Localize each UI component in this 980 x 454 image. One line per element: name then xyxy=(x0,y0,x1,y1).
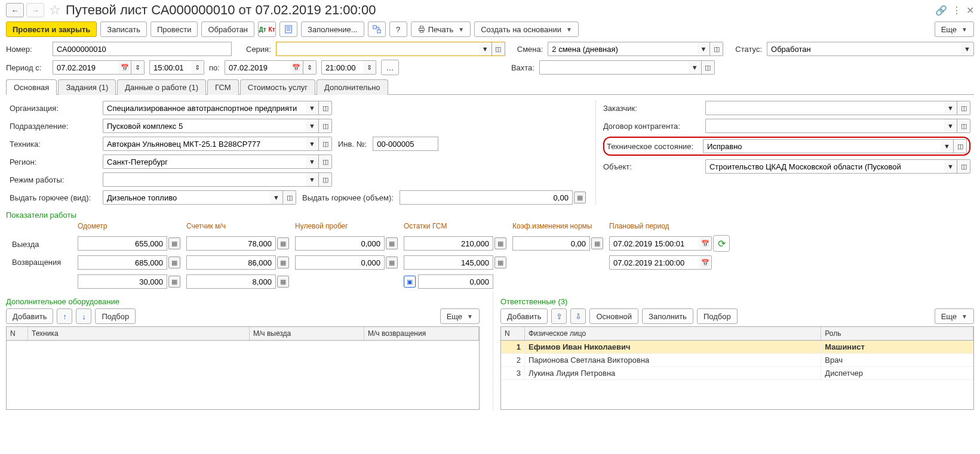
fueltype-dd[interactable]: ▼ xyxy=(270,190,283,205)
fueltype-input[interactable] xyxy=(103,190,270,205)
odometer-in[interactable] xyxy=(78,255,167,270)
report-icon[interactable] xyxy=(279,21,297,37)
help-button[interactable]: ? xyxy=(389,21,407,37)
techstate-input[interactable] xyxy=(703,139,941,153)
odometer-out[interactable] xyxy=(78,236,167,251)
table-row[interactable]: 2Парионова Светлана ВикторовнаВрач xyxy=(501,354,973,367)
fuel-special-icon[interactable]: ▣ xyxy=(404,276,416,288)
equip-table[interactable]: N Техника М/ч выезда М/ч возвращения xyxy=(6,326,480,410)
calc-icon[interactable]: ▦ xyxy=(277,257,289,268)
dept-combo[interactable]: ▼ ◫ xyxy=(103,119,586,133)
fuelrem-out[interactable] xyxy=(404,236,493,251)
shift-open[interactable]: ◫ xyxy=(710,42,723,56)
mh-out[interactable] xyxy=(186,236,276,251)
equip-more-button[interactable]: Еще▼ xyxy=(440,308,480,324)
resp-more-button[interactable]: Еще▼ xyxy=(935,308,974,324)
resp-up-button[interactable]: ⇧ xyxy=(551,308,567,324)
region-open[interactable]: ◫ xyxy=(319,155,332,169)
date-from-input[interactable] xyxy=(53,60,118,75)
create-based-button[interactable]: Создать на основании▼ xyxy=(474,21,579,37)
equip-down-button[interactable]: ↓ xyxy=(76,308,91,324)
fueltype-open[interactable]: ◫ xyxy=(283,190,296,205)
close-icon[interactable]: ✕ xyxy=(966,5,974,16)
dept-open[interactable]: ◫ xyxy=(319,119,332,133)
time-to-spin[interactable]: ⇕ xyxy=(363,60,376,75)
calc-icon[interactable]: ▦ xyxy=(494,237,506,249)
equip-up-button[interactable]: ↑ xyxy=(57,308,72,324)
fuelvol-input[interactable] xyxy=(400,190,573,205)
customer-open[interactable]: ◫ xyxy=(957,101,970,115)
equip-pick-button[interactable]: Подбор xyxy=(95,308,136,324)
refresh-button[interactable]: ⟳ xyxy=(713,235,730,252)
customer-input[interactable] xyxy=(705,101,944,115)
series-open[interactable]: ◫ xyxy=(492,42,505,56)
processed-button[interactable]: Обработан xyxy=(201,21,254,37)
period-ellipsis[interactable]: … xyxy=(381,60,399,75)
post-button[interactable]: Провести xyxy=(150,21,198,37)
date-to-cal[interactable]: 📅 xyxy=(290,60,303,75)
mh-diff[interactable] xyxy=(186,274,276,289)
tech-input[interactable] xyxy=(103,137,306,151)
date-to-spin[interactable]: ⇕ xyxy=(303,60,317,75)
time-from-input[interactable] xyxy=(149,60,191,75)
tab-fuel[interactable]: ГСМ xyxy=(207,79,239,95)
object-open[interactable]: ◫ xyxy=(957,159,970,174)
tech-open[interactable]: ◫ xyxy=(319,137,332,151)
contract-combo[interactable]: ▼ ◫ xyxy=(705,119,970,133)
dtkt-icon[interactable]: ДтКт xyxy=(258,21,276,37)
time-to-combo[interactable]: ⇕ xyxy=(321,60,376,75)
series-combo[interactable]: ▼ ◫ xyxy=(276,42,505,56)
print-button[interactable]: Печать▼ xyxy=(411,21,471,37)
region-combo[interactable]: ▼ ◫ xyxy=(103,155,586,169)
contract-open[interactable]: ◫ xyxy=(957,119,970,133)
shift-dd[interactable]: ▼ xyxy=(697,42,710,56)
mode-combo[interactable]: ▼ ◫ xyxy=(103,172,586,187)
mode-open[interactable]: ◫ xyxy=(319,172,332,187)
coef-input[interactable] xyxy=(512,236,590,251)
mode-input[interactable] xyxy=(103,172,306,187)
number-input[interactable] xyxy=(53,42,232,56)
rotation-input[interactable] xyxy=(539,60,689,75)
date-to-input[interactable] xyxy=(225,60,290,75)
tab-tasks[interactable]: Задания (1) xyxy=(58,79,116,95)
date-from-combo[interactable]: 📅 ⇕ xyxy=(53,60,145,75)
fueltype-combo[interactable]: ▼ ◫ xyxy=(103,190,296,205)
shift-input[interactable] xyxy=(548,42,697,56)
mh-in[interactable] xyxy=(186,255,276,270)
status-dd[interactable]: ▼ xyxy=(961,42,974,56)
org-dd[interactable]: ▼ xyxy=(306,101,319,115)
nav-forward[interactable]: → xyxy=(26,3,44,17)
fill-button[interactable]: Заполнение... xyxy=(301,21,364,37)
rotation-dd[interactable]: ▼ xyxy=(689,60,702,75)
copy-struct-icon[interactable] xyxy=(368,21,386,37)
resp-fill-button[interactable]: Заполнить xyxy=(642,308,693,324)
date-to-combo[interactable]: 📅 ⇕ xyxy=(225,60,317,75)
plan-to-input[interactable] xyxy=(609,255,699,270)
series-dd[interactable]: ▼ xyxy=(479,42,492,56)
status-combo[interactable]: ▼ xyxy=(767,42,974,56)
rotation-combo[interactable]: ▼ ◫ xyxy=(539,60,715,75)
techstate-combo[interactable]: ▼ ◫ xyxy=(703,139,967,153)
tech-dd[interactable]: ▼ xyxy=(306,137,319,151)
object-dd[interactable]: ▼ xyxy=(944,159,957,174)
time-to-input[interactable] xyxy=(321,60,363,75)
customer-combo[interactable]: ▼ ◫ xyxy=(705,101,970,115)
plan-to-combo[interactable]: 📅 xyxy=(609,255,712,270)
nav-back[interactable]: ← xyxy=(6,3,24,17)
resp-main-button[interactable]: Основной xyxy=(589,308,638,324)
calc-icon[interactable]: ▦ xyxy=(386,237,398,249)
date-from-cal[interactable]: 📅 xyxy=(118,60,131,75)
table-row[interactable]: 3Лукина Лидия ПетровнаДиспетчер xyxy=(501,367,973,380)
contract-input[interactable] xyxy=(705,119,944,133)
time-from-combo[interactable]: ⇕ xyxy=(149,60,204,75)
rotation-open[interactable]: ◫ xyxy=(702,60,715,75)
link-icon[interactable]: 🔗 xyxy=(935,5,947,16)
calc-icon[interactable]: ▦ xyxy=(574,192,586,203)
status-input[interactable] xyxy=(767,42,961,56)
time-from-spin[interactable]: ⇕ xyxy=(191,60,204,75)
region-input[interactable] xyxy=(103,155,306,169)
region-dd[interactable]: ▼ xyxy=(306,155,319,169)
calc-icon[interactable]: ▦ xyxy=(277,237,289,249)
resp-table[interactable]: N Физическое лицо Роль 1Ефимов Иван Нико… xyxy=(500,326,974,410)
fuelrem-in[interactable] xyxy=(404,255,493,270)
